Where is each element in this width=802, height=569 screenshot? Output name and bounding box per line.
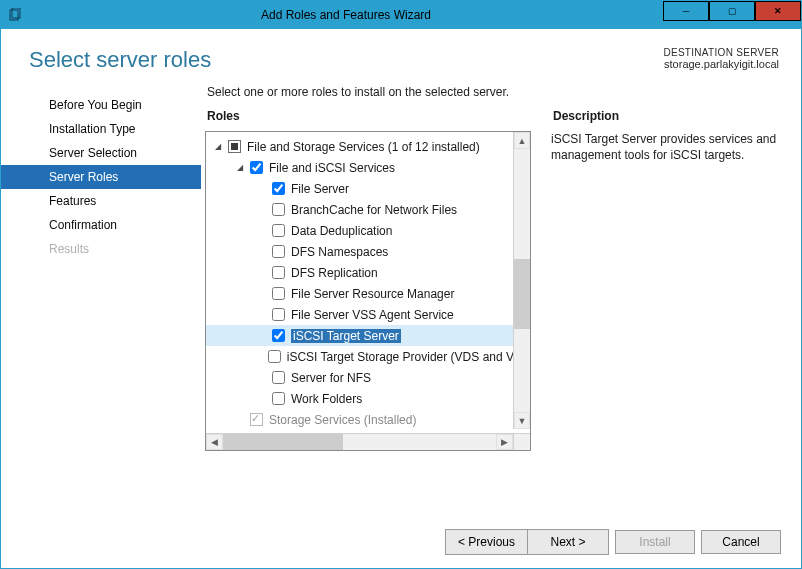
role-label: DFS Namespaces [291, 245, 388, 259]
tree-row[interactable]: ◢File and Storage Services (1 of 12 inst… [206, 136, 530, 157]
scroll-left-button[interactable]: ◀ [206, 434, 223, 450]
titlebar: Add Roles and Features Wizard ─ ▢ ✕ [1, 1, 801, 29]
role-label: Work Folders [291, 392, 362, 406]
role-checkbox[interactable] [272, 266, 285, 279]
role-label: DFS Replication [291, 266, 378, 280]
nav-item-results: Results [1, 237, 201, 261]
window-title: Add Roles and Features Wizard [29, 8, 663, 22]
role-checkbox[interactable] [268, 350, 281, 363]
roles-tree[interactable]: ◢File and Storage Services (1 of 12 inst… [205, 131, 531, 451]
role-label: iSCSI Target Server [291, 329, 401, 343]
cancel-button[interactable]: Cancel [701, 530, 781, 554]
description-heading: Description [553, 109, 783, 123]
scroll-up-button[interactable]: ▲ [514, 132, 530, 149]
description-text: iSCSI Target Server provides services an… [551, 131, 783, 163]
nav-item-server-selection[interactable]: Server Selection [1, 141, 201, 165]
scroll-down-button[interactable]: ▼ [514, 412, 530, 429]
role-checkbox[interactable] [250, 161, 263, 174]
role-label: File and iSCSI Services [269, 161, 395, 175]
tree-row[interactable]: iSCSI Target Storage Provider (VDS and V… [206, 346, 530, 367]
page-title: Select server roles [29, 47, 211, 73]
nav-item-confirmation[interactable]: Confirmation [1, 213, 201, 237]
role-label: Server for NFS [291, 371, 371, 385]
scroll-thumb-horizontal[interactable] [223, 434, 343, 450]
titlebar-controls: ─ ▢ ✕ [663, 1, 801, 29]
role-checkbox[interactable] [272, 308, 285, 321]
tree-row[interactable]: ◢File and iSCSI Services [206, 157, 530, 178]
scrollbar-corner [513, 433, 530, 450]
next-button[interactable]: Next > [528, 530, 608, 554]
tree-row[interactable]: File Server Resource Manager [206, 283, 530, 304]
collapse-icon[interactable]: ◢ [234, 163, 246, 172]
nav-item-installation-type[interactable]: Installation Type [1, 117, 201, 141]
role-label: File Server [291, 182, 349, 196]
tree-row[interactable]: Storage Services (Installed) [206, 409, 530, 429]
tree-row[interactable]: Data Deduplication [206, 220, 530, 241]
role-checkbox[interactable] [228, 140, 241, 153]
destination-server: DESTINATION SERVER storage.parlakyigit.l… [663, 47, 779, 70]
nav-item-before-you-begin[interactable]: Before You Begin [1, 93, 201, 117]
scroll-thumb-vertical[interactable] [514, 259, 530, 329]
horizontal-scrollbar[interactable]: ◀ ▶ [206, 433, 513, 450]
role-label: File Server VSS Agent Service [291, 308, 454, 322]
close-button[interactable]: ✕ [755, 1, 801, 21]
role-label: Data Deduplication [291, 224, 392, 238]
role-checkbox[interactable] [272, 329, 285, 342]
tree-row[interactable]: Server for NFS [206, 367, 530, 388]
role-checkbox[interactable] [272, 371, 285, 384]
wizard-nav: Before You BeginInstallation TypeServer … [1, 81, 201, 516]
header: Select server roles DESTINATION SERVER s… [1, 29, 801, 81]
content: Select one or more roles to install on t… [201, 81, 801, 516]
role-checkbox [250, 413, 263, 426]
install-button: Install [615, 530, 695, 554]
collapse-icon[interactable]: ◢ [212, 142, 224, 151]
tree-row[interactable]: File Server VSS Agent Service [206, 304, 530, 325]
role-checkbox[interactable] [272, 182, 285, 195]
role-checkbox[interactable] [272, 203, 285, 216]
wizard-window: Add Roles and Features Wizard ─ ▢ ✕ Sele… [0, 0, 802, 569]
previous-button[interactable]: < Previous [446, 530, 528, 554]
tree-row[interactable]: iSCSI Target Server [206, 325, 530, 346]
tree-row[interactable]: Work Folders [206, 388, 530, 409]
description-column: Description iSCSI Target Server provides… [551, 109, 783, 516]
footer: < Previous Next > Install Cancel [1, 516, 801, 568]
prev-next-pair: < Previous Next > [445, 529, 609, 555]
roles-heading: Roles [207, 109, 531, 123]
tree-row[interactable]: BranchCache for Network Files [206, 199, 530, 220]
role-checkbox[interactable] [272, 287, 285, 300]
instruction-text: Select one or more roles to install on t… [207, 85, 783, 99]
scroll-right-button[interactable]: ▶ [496, 434, 513, 450]
tree-row[interactable]: DFS Namespaces [206, 241, 530, 262]
nav-item-server-roles[interactable]: Server Roles [1, 165, 201, 189]
role-checkbox[interactable] [272, 245, 285, 258]
nav-item-features[interactable]: Features [1, 189, 201, 213]
tree-row[interactable]: DFS Replication [206, 262, 530, 283]
role-label: BranchCache for Network Files [291, 203, 457, 217]
role-label: File and Storage Services (1 of 12 insta… [247, 140, 480, 154]
minimize-button[interactable]: ─ [663, 1, 709, 21]
role-label: File Server Resource Manager [291, 287, 454, 301]
roles-column: Roles ◢File and Storage Services (1 of 1… [205, 109, 531, 516]
vertical-scrollbar[interactable]: ▲ ▼ [513, 132, 530, 429]
maximize-button[interactable]: ▢ [709, 1, 755, 21]
role-label: iSCSI Target Storage Provider (VDS and V… [287, 350, 530, 364]
destination-label: DESTINATION SERVER [663, 47, 779, 58]
main: Before You BeginInstallation TypeServer … [1, 81, 801, 516]
role-checkbox[interactable] [272, 224, 285, 237]
role-label: Storage Services (Installed) [269, 413, 416, 427]
tree-row[interactable]: File Server [206, 178, 530, 199]
titlebar-icon [1, 1, 29, 29]
destination-value: storage.parlakyigit.local [663, 58, 779, 70]
role-checkbox[interactable] [272, 392, 285, 405]
